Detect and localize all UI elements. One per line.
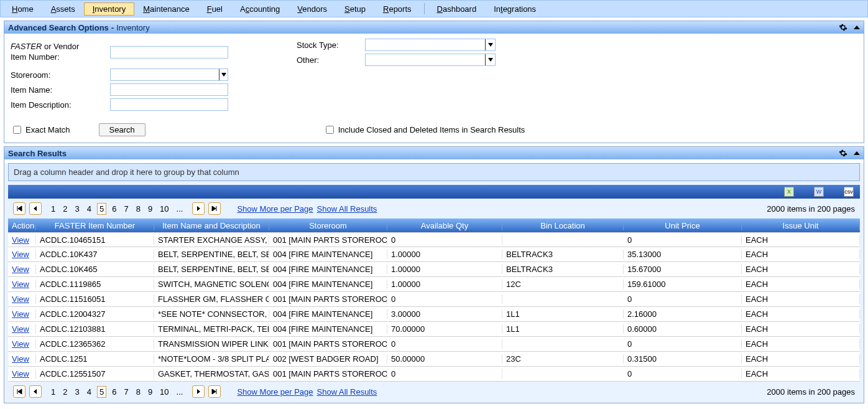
page-1[interactable]: 1 xyxy=(49,387,57,397)
page-2[interactable]: 2 xyxy=(61,387,69,397)
menu-dashboard[interactable]: Dashboard xyxy=(428,2,486,16)
page-10[interactable]: 10 xyxy=(158,204,170,214)
chevron-down-icon[interactable] xyxy=(485,54,495,65)
chevron-down-icon[interactable] xyxy=(219,69,228,80)
chevron-down-icon[interactable] xyxy=(485,39,495,50)
other-input[interactable] xyxy=(366,54,485,65)
page-1[interactable]: 1 xyxy=(49,204,57,214)
menu-integrations[interactable]: Integrations xyxy=(485,2,545,16)
page-2[interactable]: 2 xyxy=(61,204,69,214)
storeroom-dropdown[interactable] xyxy=(110,68,228,81)
last-page-button[interactable] xyxy=(208,202,221,215)
page-9[interactable]: 9 xyxy=(146,204,154,214)
page-list: 12345678910... xyxy=(49,203,185,215)
other-dropdown[interactable] xyxy=(365,54,496,66)
menu-setup[interactable]: Setup xyxy=(336,2,374,16)
menu-inventory[interactable]: Inventory xyxy=(84,2,135,16)
col-header-4[interactable]: Available Qty xyxy=(387,221,502,230)
show-all-link[interactable]: Show All Results xyxy=(317,387,377,397)
page-9[interactable]: 9 xyxy=(146,387,154,397)
view-link[interactable]: View xyxy=(12,324,29,334)
col-header-7[interactable]: Issue Unit xyxy=(742,221,860,230)
next-page-button[interactable] xyxy=(192,202,205,215)
page-7[interactable]: 7 xyxy=(122,387,130,397)
cell-price: 0.31500 xyxy=(624,354,742,364)
item-name-label: Item Name: xyxy=(11,85,52,95)
cell-qty: 0 xyxy=(387,294,502,304)
page-6[interactable]: 6 xyxy=(110,387,118,397)
search-button[interactable]: Search xyxy=(99,123,145,136)
view-link[interactable]: View xyxy=(12,294,29,304)
view-link[interactable]: View xyxy=(12,250,29,259)
col-header-5[interactable]: Bin Location xyxy=(502,221,624,230)
menu-accounting[interactable]: Accounting xyxy=(231,2,289,16)
page-4[interactable]: 4 xyxy=(85,387,93,397)
col-header-2[interactable]: Item Name and Description xyxy=(154,221,269,230)
menu-vendors[interactable]: Vendors xyxy=(289,2,336,16)
page-3[interactable]: 3 xyxy=(73,204,81,214)
col-header-6[interactable]: Unit Price xyxy=(624,221,742,230)
menu-home[interactable]: Home xyxy=(3,2,42,16)
page-8[interactable]: 8 xyxy=(134,204,142,214)
cell-price: 159.61000 xyxy=(624,280,742,289)
page-8[interactable]: 8 xyxy=(134,387,142,397)
exact-match-input[interactable] xyxy=(13,126,21,134)
col-header-1[interactable]: FASTER Item Number xyxy=(36,221,154,230)
exact-match-checkbox[interactable]: Exact Match xyxy=(11,124,70,136)
menu-reports[interactable]: Reports xyxy=(374,2,420,16)
page-3[interactable]: 3 xyxy=(73,387,81,397)
first-page-button[interactable] xyxy=(13,202,25,215)
export-word-icon[interactable]: W xyxy=(814,187,824,197)
view-link[interactable]: View xyxy=(12,369,29,378)
menu-fuel[interactable]: Fuel xyxy=(198,2,231,16)
page-...[interactable]: ... xyxy=(175,387,185,397)
export-excel-icon[interactable]: X xyxy=(784,187,794,197)
show-more-link[interactable]: Show More per Page xyxy=(237,204,313,214)
view-link[interactable]: View xyxy=(12,280,29,289)
stock-type-input[interactable] xyxy=(366,39,485,50)
col-header-0[interactable]: Action xyxy=(8,221,36,230)
group-by-bar[interactable]: Drag a column header and drop it here to… xyxy=(8,163,860,181)
show-more-link[interactable]: Show More per Page xyxy=(237,387,313,397)
page-7[interactable]: 7 xyxy=(122,204,130,214)
menu-maintenance[interactable]: Maintenance xyxy=(134,2,198,16)
prev-page-button[interactable] xyxy=(29,385,42,398)
page-5[interactable]: 5 xyxy=(97,386,106,398)
menu-assets[interactable]: Assets xyxy=(42,2,84,16)
view-link[interactable]: View xyxy=(12,339,29,349)
stock-type-dropdown[interactable] xyxy=(365,39,496,51)
view-link[interactable]: View xyxy=(12,309,29,319)
collapse-icon[interactable] xyxy=(854,24,860,31)
cell-bin: 23C xyxy=(502,354,624,364)
prev-page-button[interactable] xyxy=(29,202,42,215)
cell-unit: EACH xyxy=(742,339,860,349)
item-desc-input[interactable] xyxy=(110,98,228,111)
storeroom-input[interactable] xyxy=(111,69,219,80)
page-5[interactable]: 5 xyxy=(97,203,106,215)
include-closed-checkbox[interactable]: Include Closed and Deleted Items in Sear… xyxy=(323,124,525,136)
view-link[interactable]: View xyxy=(12,235,29,245)
cell-price: 2.16000 xyxy=(624,309,742,319)
cell-qty: 0 xyxy=(387,339,502,349)
view-link[interactable]: View xyxy=(12,265,29,274)
page-10[interactable]: 10 xyxy=(158,387,170,397)
page-6[interactable]: 6 xyxy=(110,204,118,214)
cell-store: 001 [MAIN PARTS STOREROOM] xyxy=(269,339,387,349)
export-csv-icon[interactable]: csv xyxy=(844,187,854,197)
gear-icon[interactable] xyxy=(839,149,847,157)
page-4[interactable]: 4 xyxy=(85,204,93,214)
first-page-button[interactable] xyxy=(13,385,25,398)
cell-price: 0.60000 xyxy=(624,324,742,334)
item-name-input[interactable] xyxy=(110,83,228,96)
include-closed-input[interactable] xyxy=(326,126,334,134)
gear-icon[interactable] xyxy=(839,23,847,32)
panel-title-prefix: Advanced Search Options xyxy=(8,23,109,32)
item-number-input[interactable] xyxy=(110,46,228,59)
col-header-3[interactable]: Storeroom xyxy=(269,221,387,230)
collapse-icon[interactable] xyxy=(854,150,860,156)
show-all-link[interactable]: Show All Results xyxy=(317,204,377,214)
next-page-button[interactable] xyxy=(192,385,205,398)
last-page-button[interactable] xyxy=(208,385,221,398)
page-...[interactable]: ... xyxy=(175,204,185,214)
view-link[interactable]: View xyxy=(12,354,29,364)
